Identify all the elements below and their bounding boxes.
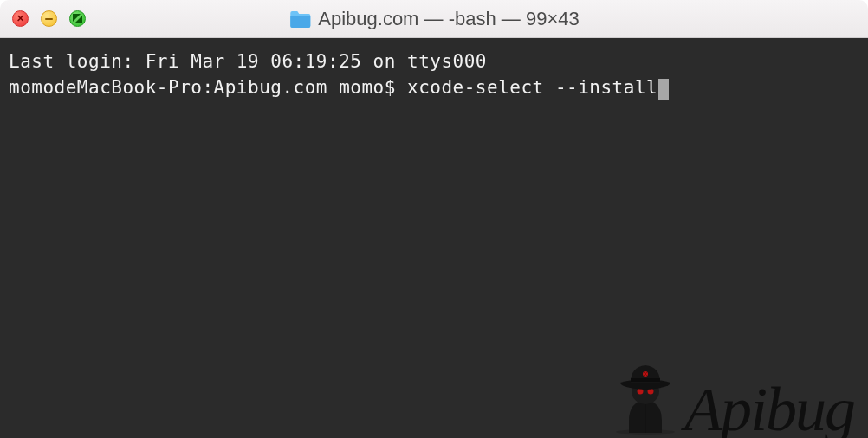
window-title-area: Apibug.com — -bash — 99×43 bbox=[288, 8, 579, 30]
folder-icon bbox=[288, 10, 311, 29]
watermark: Apibug bbox=[612, 358, 854, 438]
window-title: Apibug.com — -bash — 99×43 bbox=[318, 8, 579, 30]
title-bar[interactable]: Apibug.com — -bash — 99×43 bbox=[0, 0, 868, 38]
close-button[interactable] bbox=[12, 10, 29, 27]
traffic-lights bbox=[12, 10, 86, 27]
zoom-button[interactable] bbox=[69, 10, 86, 27]
prompt-text: momodeMacBook-Pro:Apibug.com momo$ bbox=[9, 77, 407, 98]
terminal-body[interactable]: Last login: Fri Mar 19 06:19:25 on ttys0… bbox=[0, 38, 868, 438]
detective-icon bbox=[612, 358, 679, 435]
prompt-line: momodeMacBook-Pro:Apibug.com momo$ xcode… bbox=[9, 74, 859, 100]
svg-rect-4 bbox=[631, 378, 660, 382]
terminal-window: Apibug.com — -bash — 99×43 Last login: F… bbox=[0, 0, 868, 438]
command-text: xcode-select --install bbox=[407, 77, 657, 98]
minimize-button[interactable] bbox=[41, 10, 57, 27]
watermark-text: Apibug bbox=[684, 382, 854, 438]
last-login-line: Last login: Fri Mar 19 06:19:25 on ttys0… bbox=[9, 48, 859, 74]
cursor bbox=[658, 79, 669, 100]
